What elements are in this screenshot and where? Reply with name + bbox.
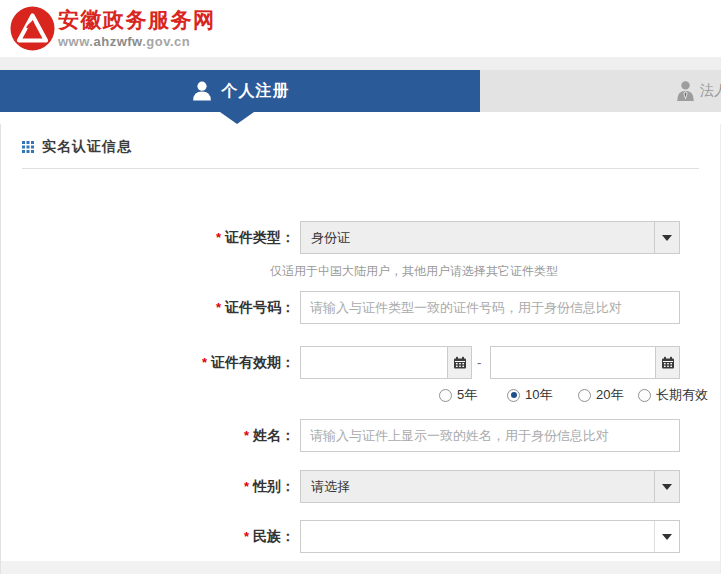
name-label-text: 姓名： [253, 427, 295, 443]
header-separator-band [0, 57, 721, 70]
validity-start-group [300, 346, 472, 379]
chevron-down-icon [662, 484, 672, 490]
bottom-page-strip [1, 561, 720, 574]
cert-type-help-text: 仅适用于中国大陆用户，其他用户请选择其它证件类型 [270, 263, 558, 280]
chevron-down-icon [662, 534, 672, 540]
tab-personal-label: 个人注册 [222, 81, 290, 102]
ethnicity-select-arrow[interactable] [654, 521, 679, 552]
required-asterisk: * [244, 479, 249, 494]
row-gender: *性别： 请选择 [0, 470, 721, 503]
row-ethnicity: *民族： [0, 520, 721, 553]
row-cert-type: *证件类型： 身份证 [0, 221, 721, 254]
site-title: 安徽政务服务网 [58, 7, 216, 33]
row-cert-validity: *证件有效期： - [0, 346, 721, 379]
gender-select[interactable]: 请选择 [300, 470, 680, 503]
tab-legal-label: 法人 [700, 82, 721, 100]
required-asterisk: * [216, 300, 221, 315]
cert-number-label-text: 证件号码： [225, 299, 295, 315]
ethnicity-label-text: 民族： [253, 528, 295, 544]
required-asterisk: * [244, 428, 249, 443]
radio-long-term-label: 长期有效 [656, 386, 708, 404]
calendar-icon [453, 356, 467, 370]
ethnicity-label: *民族： [244, 520, 295, 553]
section-header: 实名认证信息 [22, 136, 132, 158]
site-url-suffix: .gov.cn [142, 34, 190, 49]
required-asterisk: * [216, 230, 221, 245]
cert-number-label: *证件号码： [216, 291, 295, 324]
cert-type-select-value: 身份证 [311, 222, 350, 253]
name-input[interactable] [300, 419, 680, 452]
radio-5-years[interactable]: 5年 [439, 387, 477, 403]
calendar-icon [661, 356, 675, 370]
radio-long-term[interactable]: 长期有效 [638, 387, 708, 403]
radio-icon [578, 389, 591, 402]
validity-start-input[interactable] [301, 347, 447, 378]
radio-10-years[interactable]: 10年 [507, 387, 552, 403]
validity-end-input[interactable] [491, 347, 655, 378]
radio-20-years[interactable]: 20年 [578, 387, 623, 403]
chevron-down-icon [662, 235, 672, 241]
required-asterisk: * [202, 355, 207, 370]
ethnicity-select[interactable] [300, 520, 680, 553]
validity-end-calendar-button[interactable] [655, 347, 679, 378]
register-tabbar: 个人注册 法人 [0, 70, 721, 112]
name-label: *姓名： [244, 419, 295, 452]
radio-icon [507, 389, 520, 402]
radio-20-years-label: 20年 [596, 386, 623, 404]
validity-end-group [490, 346, 680, 379]
site-logo-icon [10, 6, 55, 51]
radio-5-years-label: 5年 [457, 386, 477, 404]
site-url-domain: ahzwfw [93, 34, 142, 49]
gender-select-value: 请选择 [311, 471, 350, 502]
brand-block: 安徽政务服务网 www.ahzwfw.gov.cn [58, 7, 216, 51]
site-url: www.ahzwfw.gov.cn [58, 33, 216, 51]
gender-label: *性别： [244, 470, 295, 503]
cert-type-select[interactable]: 身份证 [300, 221, 680, 254]
section-divider [22, 168, 699, 169]
cert-type-select-arrow[interactable] [654, 222, 679, 253]
site-header: 安徽政务服务网 www.ahzwfw.gov.cn [0, 0, 721, 57]
required-asterisk: * [244, 529, 249, 544]
site-url-prefix: www. [58, 34, 93, 49]
radio-icon [439, 389, 452, 402]
grid-icon [22, 141, 34, 153]
cert-number-input[interactable] [300, 291, 680, 324]
validity-range-separator: - [477, 346, 481, 379]
active-tab-pointer [220, 112, 254, 124]
cert-type-label: *证件类型： [216, 221, 295, 254]
tab-legal-inner: 法人 [676, 70, 721, 112]
page: 安徽政务服务网 www.ahzwfw.gov.cn 个人注册 法人 [0, 0, 721, 574]
person-icon [191, 80, 213, 102]
businessman-icon [676, 80, 695, 102]
tab-legal-register[interactable]: 法人 [480, 70, 721, 112]
section-title: 实名认证信息 [42, 138, 132, 156]
validity-start-calendar-button[interactable] [447, 347, 471, 378]
row-cert-number: *证件号码： [0, 291, 721, 324]
gender-label-text: 性别： [253, 478, 295, 494]
row-name: *姓名： [0, 419, 721, 452]
cert-validity-label-text: 证件有效期： [211, 354, 295, 370]
radio-10-years-label: 10年 [525, 386, 552, 404]
cert-validity-label: *证件有效期： [202, 346, 295, 379]
tab-personal-register[interactable]: 个人注册 [0, 70, 480, 112]
radio-icon [638, 389, 651, 402]
gender-select-arrow[interactable] [654, 471, 679, 502]
cert-type-label-text: 证件类型： [225, 229, 295, 245]
